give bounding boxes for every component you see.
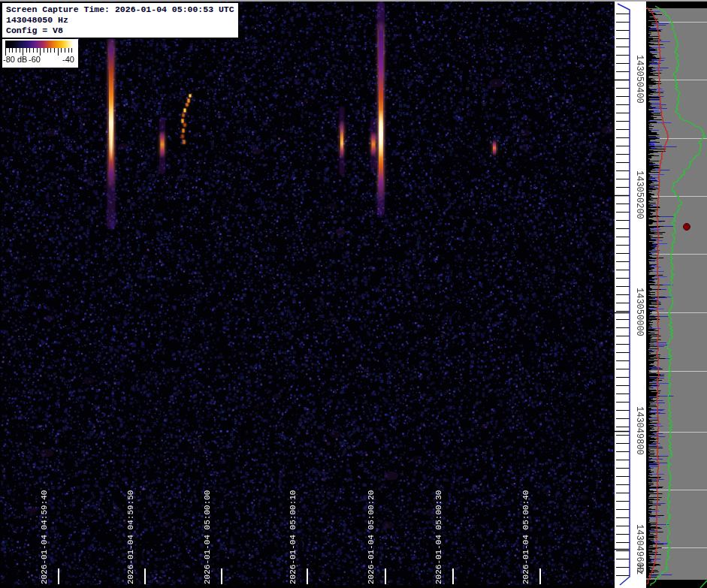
time-axis-tick <box>385 568 386 584</box>
spectrogram-app: 2026-01-04 04:59:402026-01-04 04:59:5020… <box>0 0 707 588</box>
time-axis-tick <box>452 568 454 584</box>
time-axis-tick <box>539 568 541 584</box>
colorbar-label-max: -40 <box>62 55 74 64</box>
frequency-axis-label: 143049800 <box>634 406 645 455</box>
capture-time-text: Screen Capture Time: 2026-01-04 05:00:53… <box>6 5 234 15</box>
frequency-axis-label: 143050000 <box>634 288 645 336</box>
time-axis-tick <box>144 568 146 584</box>
frequency-axis-label: 143050200 <box>634 170 645 219</box>
colorbar-label-min: -80 dB <box>3 55 27 64</box>
capture-info-box: Screen Capture Time: 2026-01-04 05:00:53… <box>2 2 239 38</box>
time-axis-label: 2026-01-04 05:00:20 <box>367 490 376 584</box>
config-text: Config = V8 <box>6 26 234 36</box>
time-axis-tick <box>221 568 222 584</box>
frequency-axis-label: Hz <box>634 564 645 574</box>
time-axis-label: 2026-01-04 05:00:10 <box>289 490 298 584</box>
time-axis-label: 2026-01-04 04:59:50 <box>126 490 135 584</box>
time-axis-tick <box>307 568 308 584</box>
colorbar: -80 dB -60 -40 <box>2 39 78 68</box>
time-axis-label: 2026-01-04 05:00:30 <box>434 490 443 584</box>
time-axis-tick <box>58 568 59 584</box>
time-axis-label: 2026-01-04 04:59:40 <box>40 490 49 584</box>
time-axis-label: 2026-01-04 05:00:40 <box>521 490 530 584</box>
colorbar-gradient <box>5 41 75 48</box>
colorbar-label-mid: -60 <box>29 55 41 64</box>
frequency-text: 143048050 Hz <box>6 15 234 26</box>
time-axis: 2026-01-04 04:59:402026-01-04 04:59:5020… <box>0 0 615 588</box>
time-axis-label: 2026-01-04 05:00:00 <box>203 490 212 584</box>
frequency-axis: 1430504001430502001430500001430498001430… <box>631 0 646 588</box>
frequency-axis-label: 143050400 <box>634 55 645 104</box>
